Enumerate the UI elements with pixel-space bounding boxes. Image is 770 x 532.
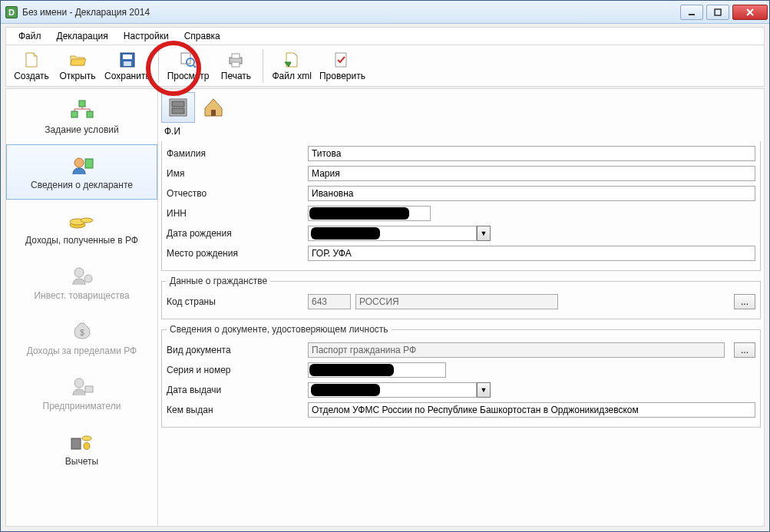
svg-rect-6 xyxy=(124,61,131,66)
xml-file-icon xyxy=(283,51,301,69)
coins-icon xyxy=(68,209,96,232)
app-icon: D xyxy=(5,6,18,18)
dob-dropdown[interactable]: ▼ xyxy=(477,226,491,241)
svg-rect-30 xyxy=(172,101,184,107)
svg-rect-12 xyxy=(232,62,240,67)
check-button[interactable]: Проверить xyxy=(316,48,368,84)
svg-rect-16 xyxy=(87,111,93,117)
sidebar-item-conditions[interactable]: Задание условий xyxy=(6,89,157,144)
print-label: Печать xyxy=(221,71,251,81)
patronymic-input[interactable] xyxy=(308,186,755,201)
svg-rect-13 xyxy=(335,53,346,67)
svg-point-21 xyxy=(81,218,93,223)
sidebar-item-label: Задание условий xyxy=(45,124,118,135)
country-code-label: Код страны xyxy=(167,296,303,307)
doc-issued-label: Кем выдан xyxy=(167,405,303,415)
sidebar-item-label: Вычеты xyxy=(65,456,98,467)
svg-rect-32 xyxy=(211,110,216,116)
doc-issued-input[interactable] xyxy=(308,402,755,418)
dob-label: Дата рождения xyxy=(167,228,303,239)
create-label: Создать xyxy=(14,71,49,81)
sidebar: Задание условий Сведения о декларанте До… xyxy=(6,89,158,526)
surname-label: Фамилия xyxy=(167,148,303,159)
svg-rect-31 xyxy=(172,108,184,114)
redacted-dob xyxy=(311,227,380,240)
redacted-doc-date xyxy=(311,384,380,396)
sidebar-item-invest: Инвест. товарищества xyxy=(6,255,157,310)
doc-type-select-button[interactable]: ... xyxy=(734,342,755,358)
deductions-icon xyxy=(68,430,96,453)
document-new-icon xyxy=(22,51,41,69)
window-title: Без имени - Декларация 2014 xyxy=(22,7,150,18)
svg-point-28 xyxy=(82,436,91,441)
save-button[interactable]: Сохранить xyxy=(101,48,154,84)
country-code-input xyxy=(308,294,351,309)
titlebar: D Без имени - Декларация 2014 xyxy=(1,1,769,24)
svg-rect-1 xyxy=(715,9,721,15)
name-input[interactable] xyxy=(308,166,755,181)
print-button[interactable]: Печать xyxy=(213,48,258,84)
svg-rect-27 xyxy=(71,438,81,449)
house-icon xyxy=(202,96,225,119)
document-group: Сведения о документе, удостоверяющем лич… xyxy=(161,324,761,428)
toolbar-separator xyxy=(158,49,160,83)
doc-date-label: Дата выдачи xyxy=(167,385,303,395)
sidebar-item-deductions[interactable]: Вычеты xyxy=(6,421,157,476)
sidebar-item-label: Доходы, полученные в РФ xyxy=(25,235,138,246)
subtab-label: Ф.И xyxy=(164,126,761,137)
svg-point-25 xyxy=(74,378,84,388)
close-button[interactable] xyxy=(732,5,768,20)
xml-button[interactable]: Файл xml xyxy=(269,48,315,84)
redacted-inn xyxy=(309,207,409,220)
window: D Без имени - Декларация 2014 Файл Декла… xyxy=(0,0,770,532)
printer-icon xyxy=(226,51,245,69)
cabinet-icon xyxy=(167,96,190,119)
sidebar-item-entrepreneurs: Предприниматели xyxy=(6,365,157,421)
svg-rect-11 xyxy=(232,54,240,58)
inn-label: ИНН xyxy=(167,208,303,219)
entrepreneur-icon xyxy=(68,375,96,398)
fio-tab-button[interactable] xyxy=(161,92,195,123)
svg-text:$: $ xyxy=(80,329,84,337)
xml-label: Файл xml xyxy=(272,71,312,81)
redacted-serial xyxy=(309,364,394,376)
name-label: Имя xyxy=(167,168,303,179)
save-label: Сохранить xyxy=(104,71,150,81)
country-select-button[interactable]: ... xyxy=(734,294,755,309)
svg-point-23 xyxy=(84,275,92,283)
sidebar-item-label: Доходы за пределами РФ xyxy=(27,345,137,356)
pob-input[interactable] xyxy=(308,246,755,261)
country-name-input xyxy=(355,294,558,309)
sidebar-item-label: Инвест. товарищества xyxy=(34,290,129,301)
create-button[interactable]: Создать xyxy=(9,48,54,84)
doc-date-dropdown[interactable]: ▼ xyxy=(477,382,491,398)
patronymic-label: Отчество xyxy=(167,188,303,199)
open-label: Открыть xyxy=(59,71,95,81)
check-icon xyxy=(333,51,352,69)
sidebar-item-label: Сведения о декларанте xyxy=(31,180,133,190)
money-bag-icon: $ xyxy=(68,319,96,342)
fio-group: Фамилия Имя Отчество ИНН xyxy=(161,141,761,271)
folder-open-icon xyxy=(68,51,87,69)
document-legend: Сведения о документе, удостоверяющем лич… xyxy=(167,324,392,335)
sidebar-item-declarant[interactable]: Сведения о декларанте xyxy=(6,144,157,200)
svg-line-9 xyxy=(193,65,196,68)
svg-rect-15 xyxy=(71,111,78,117)
sidebar-item-income-rf[interactable]: Доходы, полученные в РФ xyxy=(6,200,157,255)
minimize-button[interactable] xyxy=(680,5,703,20)
house-tab-button[interactable] xyxy=(197,92,230,123)
body: Задание условий Сведения о декларанте До… xyxy=(5,88,765,527)
toolbar-separator xyxy=(263,49,264,83)
toolbar: Создать Открыть Сохранить Просмотр Печа xyxy=(5,45,765,87)
menu-file[interactable]: Файл xyxy=(11,28,49,44)
surname-input[interactable] xyxy=(308,146,755,161)
menu-declaration[interactable]: Декларация xyxy=(49,28,116,44)
doc-type-label: Вид документа xyxy=(167,345,303,355)
view-button[interactable]: Просмотр xyxy=(164,48,213,84)
svg-rect-26 xyxy=(85,386,93,392)
maximize-button[interactable] xyxy=(706,5,729,20)
sub-toolbar xyxy=(161,92,761,123)
menu-settings[interactable]: Настройки xyxy=(116,28,177,44)
open-button[interactable]: Открыть xyxy=(55,48,100,84)
menu-help[interactable]: Справка xyxy=(177,28,228,44)
